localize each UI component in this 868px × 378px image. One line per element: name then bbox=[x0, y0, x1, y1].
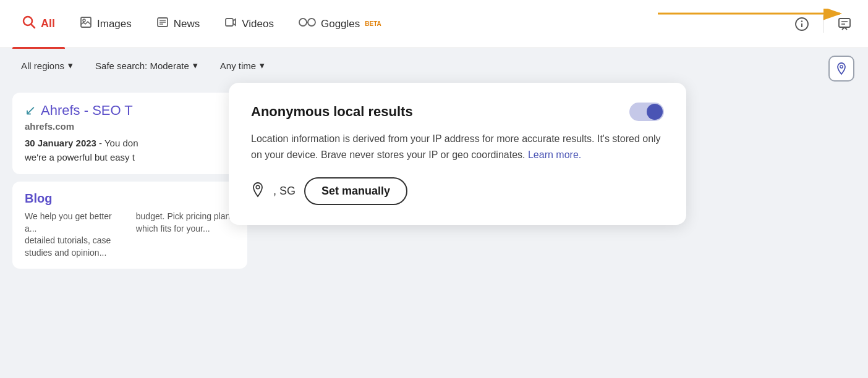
arrow-annotation bbox=[658, 9, 856, 46]
regions-filter[interactable]: All regions ▾ bbox=[12, 56, 82, 75]
tab-all-label: All bbox=[41, 17, 55, 30]
svg-point-9 bbox=[299, 19, 307, 26]
safe-search-chevron-icon: ▾ bbox=[193, 60, 198, 71]
result-card-ahrefs: ↙ Ahrefs - SEO T ahrefs.com 30 January 2… bbox=[12, 93, 247, 174]
result-title-text: Ahrefs - SEO T bbox=[41, 103, 133, 119]
regions-chevron-icon: ▾ bbox=[68, 60, 73, 71]
result-card-blog: Blog We help you get better a...detailed… bbox=[12, 182, 247, 269]
set-manually-button[interactable]: Set manually bbox=[304, 177, 407, 205]
svg-point-21 bbox=[256, 185, 260, 189]
filter-bar: All regions ▾ Safe search: Moderate ▾ An… bbox=[0, 48, 868, 83]
toggle-thumb bbox=[647, 104, 663, 120]
regions-label: All regions bbox=[21, 61, 64, 71]
result-title-ahrefs: ↙ Ahrefs - SEO T bbox=[25, 103, 235, 119]
snippet-left: We help you get better a...detailed tuto… bbox=[25, 211, 124, 259]
goggles-icon bbox=[299, 17, 316, 30]
svg-rect-2 bbox=[81, 17, 91, 27]
location-pin-icon bbox=[251, 182, 265, 201]
safe-search-filter[interactable]: Safe search: Moderate ▾ bbox=[87, 56, 206, 75]
location-row: , SG Set manually bbox=[251, 177, 664, 205]
tab-videos-label: Videos bbox=[242, 18, 274, 30]
result-domain: ahrefs.com bbox=[25, 121, 235, 132]
tab-images-label: Images bbox=[97, 18, 132, 30]
tab-news-label: News bbox=[174, 18, 200, 30]
search-icon bbox=[22, 15, 36, 33]
news-icon bbox=[156, 16, 169, 32]
result-snippet: 30 January 2023 - You donwe're a powerfu… bbox=[25, 136, 235, 164]
tab-goggles-label: Goggles bbox=[321, 18, 360, 30]
popup-title: Anonymous local results bbox=[251, 104, 413, 120]
popup-panel: Anonymous local results Location informa… bbox=[229, 83, 686, 225]
popup-description: Location information is derived from you… bbox=[251, 131, 664, 162]
result-blog-title[interactable]: Blog bbox=[25, 191, 235, 206]
svg-point-3 bbox=[83, 19, 85, 22]
tab-images[interactable]: Images bbox=[70, 10, 142, 38]
location-code: , SG bbox=[273, 185, 296, 198]
tab-goggles[interactable]: GogglesBETA bbox=[289, 11, 391, 36]
tab-news[interactable]: News bbox=[147, 10, 210, 38]
main-content: ↙ Ahrefs - SEO T ahrefs.com 30 January 2… bbox=[0, 83, 868, 378]
learn-more-link[interactable]: Learn more. bbox=[528, 149, 581, 160]
result-arrow-icon: ↙ bbox=[25, 103, 36, 119]
videos-icon bbox=[224, 16, 237, 32]
snippet-right: budget. Pick pricing plan which fits for… bbox=[136, 211, 235, 259]
safe-search-label: Safe search: Moderate bbox=[95, 61, 189, 71]
result-blog-snippets: We help you get better a...detailed tuto… bbox=[25, 211, 235, 259]
time-chevron-icon: ▾ bbox=[260, 60, 265, 71]
toggle-switch[interactable] bbox=[629, 103, 664, 121]
popup-header: Anonymous local results bbox=[251, 103, 664, 121]
images-icon bbox=[80, 16, 92, 32]
toggle-track bbox=[629, 103, 664, 121]
search-results: ↙ Ahrefs - SEO T ahrefs.com 30 January 2… bbox=[0, 83, 260, 378]
svg-line-1 bbox=[32, 24, 35, 28]
location-filter-button[interactable] bbox=[828, 56, 854, 82]
tab-all[interactable]: All bbox=[12, 9, 65, 39]
time-label: Any time bbox=[220, 61, 256, 71]
goggles-badge: BETA bbox=[365, 20, 381, 27]
svg-rect-8 bbox=[226, 19, 233, 26]
time-filter[interactable]: Any time ▾ bbox=[211, 56, 273, 75]
tab-videos[interactable]: Videos bbox=[215, 10, 284, 38]
svg-point-20 bbox=[840, 65, 843, 68]
svg-point-10 bbox=[308, 19, 315, 26]
